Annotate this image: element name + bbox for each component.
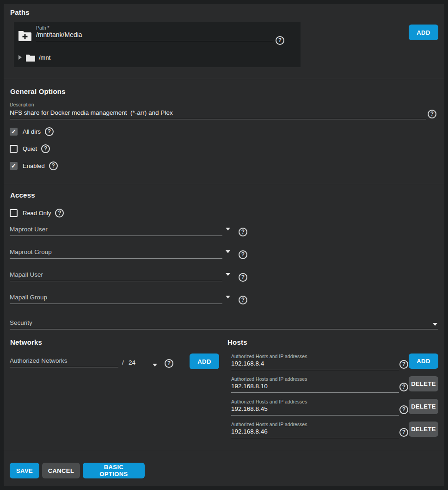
path-help-icon[interactable]: ?: [276, 36, 284, 45]
description-input[interactable]: [10, 108, 426, 119]
access-section-title: Access: [10, 191, 35, 199]
quiet-label: Quiet: [23, 145, 37, 152]
maproot-group-help-icon[interactable]: ?: [239, 250, 247, 259]
maproot-user-row: ?: [10, 223, 255, 239]
mapall-user-help-icon[interactable]: ?: [239, 273, 247, 282]
add-host-button[interactable]: ADD: [409, 354, 438, 369]
dropdown-caret-icon[interactable]: [226, 273, 230, 276]
all-dirs-checkbox[interactable]: ✓: [10, 128, 18, 136]
host-input[interactable]: [231, 404, 399, 416]
add-path-button[interactable]: ADD: [409, 25, 438, 40]
enabled-label: Enabled: [23, 162, 45, 169]
folder-icon: [25, 54, 36, 62]
netmask-select[interactable]: 24: [129, 359, 135, 366]
read-only-label: Read Only: [23, 210, 51, 217]
host-input[interactable]: [231, 427, 399, 438]
host-row: Authorized Hosts and IP addresses ? DELE…: [227, 421, 444, 442]
dropdown-caret-icon[interactable]: [226, 250, 230, 253]
netmask-separator: /: [122, 359, 124, 366]
security-select[interactable]: [10, 318, 438, 329]
host-help-icon[interactable]: ?: [399, 360, 408, 369]
host-row: Authorized Hosts and IP addresses ? DELE…: [227, 375, 444, 397]
host-row: Authorized Hosts and IP addresses ? DELE…: [227, 398, 444, 419]
read-only-help-icon[interactable]: ?: [55, 209, 64, 217]
cancel-button[interactable]: CANCEL: [42, 463, 80, 478]
networks-help-icon[interactable]: ?: [165, 359, 173, 368]
quiet-help-icon[interactable]: ?: [41, 144, 50, 153]
maproot-group-select[interactable]: [10, 248, 222, 259]
networks-section-title: Networks: [10, 338, 42, 346]
all-dirs-label: All dirs: [23, 128, 41, 135]
dropdown-caret-icon[interactable]: [433, 323, 437, 326]
enabled-help-icon[interactable]: ?: [49, 161, 58, 170]
host-field-label: Authorized Hosts and IP addresses: [231, 399, 307, 404]
mapall-group-help-icon[interactable]: ?: [239, 296, 247, 304]
host-help-icon[interactable]: ?: [399, 428, 408, 437]
path-input[interactable]: [36, 30, 273, 41]
host-row: Authorized Hosts and IP addresses ? ADD: [227, 353, 444, 374]
expand-arrow-icon[interactable]: [18, 55, 22, 60]
general-options-section-title: General Options: [10, 87, 66, 95]
tree-item-label: /mnt: [39, 54, 50, 61]
checkbox-row-read-only: Read Only ?: [10, 209, 64, 217]
mapall-user-row: ?: [10, 268, 255, 284]
save-button[interactable]: SAVE: [10, 463, 39, 478]
host-field-label: Authorized Hosts and IP addresses: [231, 422, 307, 427]
security-row: [10, 316, 438, 332]
mapall-group-select[interactable]: [10, 293, 222, 304]
section-divider: [4, 79, 444, 79]
path-explorer-panel: Path * ? /mnt: [14, 22, 301, 67]
dropdown-caret-icon[interactable]: [226, 228, 230, 230]
mapall-group-row: ?: [10, 291, 255, 307]
maproot-user-help-icon[interactable]: ?: [239, 228, 247, 236]
footer-divider: [4, 450, 444, 450]
paths-section-title: Paths: [10, 8, 30, 16]
host-field-label: Authorized Hosts and IP addresses: [231, 376, 307, 382]
dropdown-caret-icon[interactable]: [226, 296, 230, 298]
basic-options-button[interactable]: BASIC OPTIONS: [83, 463, 145, 478]
add-network-button[interactable]: ADD: [190, 354, 219, 369]
hosts-section-title: Hosts: [227, 338, 247, 346]
authorized-networks-input[interactable]: [10, 356, 118, 367]
folder-plus-icon: [18, 29, 32, 43]
delete-host-button[interactable]: DELETE: [409, 376, 438, 391]
netmask-caret-icon[interactable]: [153, 364, 157, 366]
host-help-icon[interactable]: ?: [399, 383, 408, 391]
delete-host-button[interactable]: DELETE: [409, 422, 438, 437]
checkbox-row-all-dirs: ✓ All dirs ?: [10, 127, 54, 136]
enabled-checkbox[interactable]: ✓: [10, 162, 18, 170]
section-divider: [4, 184, 444, 184]
description-help-icon[interactable]: ?: [428, 110, 436, 118]
mapall-user-select[interactable]: [10, 270, 222, 281]
read-only-checkbox[interactable]: [10, 209, 18, 217]
delete-host-button[interactable]: DELETE: [409, 399, 438, 414]
tree-row-mnt[interactable]: /mnt: [18, 51, 50, 63]
quiet-checkbox[interactable]: [10, 145, 18, 153]
host-input[interactable]: [231, 382, 399, 393]
form-card: Paths ADD Path * ? /mnt General Options …: [4, 4, 444, 486]
host-field-label: Authorized Hosts and IP addresses: [231, 354, 307, 359]
maproot-user-select[interactable]: [10, 225, 222, 236]
all-dirs-help-icon[interactable]: ?: [45, 127, 54, 136]
host-help-icon[interactable]: ?: [399, 405, 408, 414]
checkbox-row-enabled: ✓ Enabled ?: [10, 161, 58, 170]
checkbox-row-quiet: Quiet ?: [10, 144, 50, 153]
description-label: Description: [10, 102, 34, 107]
maproot-group-row: ?: [10, 246, 255, 261]
host-input[interactable]: [231, 359, 399, 370]
